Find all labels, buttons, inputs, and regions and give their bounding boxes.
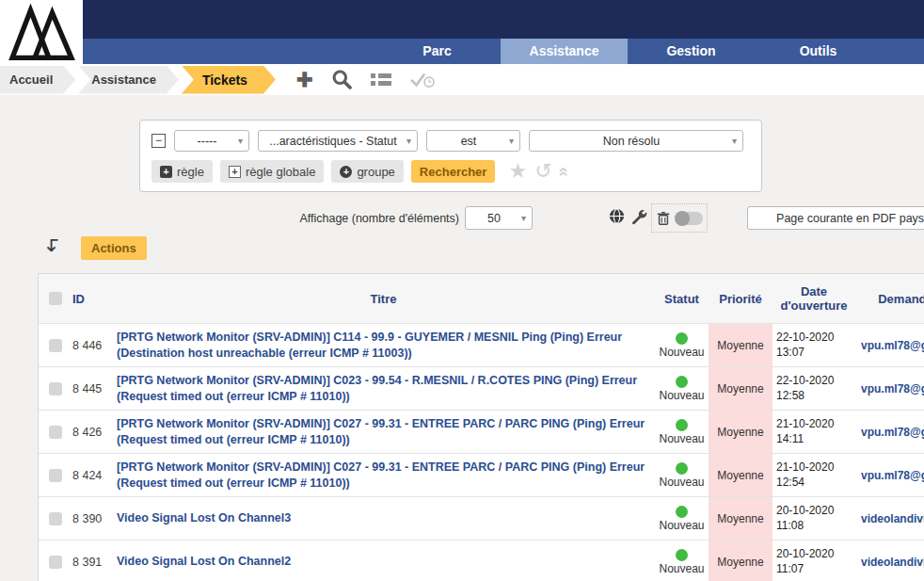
ticket-id: 8 426 <box>72 411 112 453</box>
header-requester[interactable]: Demandeur <box>855 274 924 323</box>
menu-item-outils[interactable]: Outils <box>755 39 882 64</box>
search-criteria-panel: − -----▾ ...aractéristiques - Statut▾ es… <box>139 120 762 192</box>
chevron-down-icon: ▾ <box>406 136 411 146</box>
add-global-rule-button[interactable]: +règle globale <box>220 160 324 183</box>
row-checkbox[interactable] <box>49 512 62 525</box>
table-row: 8 390 Video Signal Lost On Channel3 Nouv… <box>39 496 924 540</box>
breadcrumb: Accueil Assistance Tickets ✚ <box>0 64 924 95</box>
ticket-id: 8 445 <box>72 367 112 410</box>
breadcrumb-accueil[interactable]: Accueil <box>0 66 75 94</box>
menu-item-gestion[interactable]: Gestion <box>628 39 755 64</box>
select-all-checkbox[interactable] <box>49 292 62 305</box>
open-date: 20-10-202011:08 <box>776 504 834 533</box>
add-ticket-icon[interactable]: ✚ <box>296 70 313 89</box>
priority-badge: Moyenne <box>709 367 773 410</box>
requester-link[interactable]: vpu.ml78@gr <box>861 469 924 482</box>
ticket-title-link[interactable]: Video Signal Lost On Channel3 <box>117 510 291 526</box>
top-navy-bar <box>83 0 924 39</box>
chevron-down-icon: ▾ <box>509 136 514 146</box>
priority-badge: Moyenne <box>709 411 773 453</box>
row-checkbox[interactable] <box>49 382 62 395</box>
criteria-row: − -----▾ ...aractéristiques - Statut▾ es… <box>140 121 761 152</box>
page-size-label: Affichage (nombre d'éléments) <box>282 212 459 225</box>
open-date: 21-10-202014:11 <box>776 417 834 446</box>
requester-link[interactable]: vpu.ml78@gr <box>861 382 924 395</box>
requester-link[interactable]: videolandivis <box>861 556 924 569</box>
requester-link[interactable]: vpu.ml78@gr <box>861 339 924 352</box>
header-id[interactable]: ID <box>72 274 112 323</box>
open-date: 22-10-202012:58 <box>776 374 834 403</box>
status-badge: Nouveau <box>659 462 704 489</box>
row-checkbox[interactable] <box>49 556 62 569</box>
status-dot-icon <box>676 549 688 561</box>
header-status[interactable]: Statut <box>655 274 709 323</box>
requester-link[interactable]: videolandivis <box>861 512 924 525</box>
requester-link[interactable]: vpu.ml78@gr <box>861 426 924 439</box>
ticket-validation-icon[interactable] <box>409 71 436 89</box>
criteria-buttons-row: +règle +règle globale +groupe Rechercher… <box>140 152 761 183</box>
chevron-down-icon: ▾ <box>732 136 737 146</box>
criteria-field-select[interactable]: ...aractéristiques - Statut▾ <box>258 130 418 152</box>
ticket-id: 8 446 <box>72 324 112 366</box>
table-row: 8 424 [PRTG Network Monitor (SRV-ADMIN)]… <box>39 453 924 496</box>
app-logo[interactable] <box>0 0 83 63</box>
menu-item-parc[interactable]: Parc <box>374 39 501 64</box>
reset-search-icon[interactable]: ↺ <box>534 161 551 182</box>
ticket-title-link[interactable]: [PRTG Network Monitor (SRV-ADMIN)] C027 … <box>117 416 645 448</box>
search-button[interactable]: Rechercher <box>411 160 496 183</box>
plus-square-icon: + <box>160 166 172 178</box>
ticket-title-link[interactable]: [PRTG Network Monitor (SRV-ADMIN)] C114 … <box>117 330 645 362</box>
row-checkbox[interactable] <box>49 469 62 482</box>
ticket-id: 8 391 <box>72 541 112 581</box>
saved-searches-list-icon[interactable] <box>371 73 391 86</box>
chevron-down-icon: ▾ <box>521 213 526 223</box>
menu-item-administration[interactable]: Adm <box>882 39 924 64</box>
menu-spacer <box>83 39 374 64</box>
table-header-row: ID Titre Statut Priorité Date d'ouvertur… <box>39 274 924 323</box>
search-icon[interactable] <box>331 69 353 90</box>
content-area: − -----▾ ...aractéristiques - Statut▾ es… <box>0 95 924 581</box>
header-open-date[interactable]: Date d'ouverture <box>773 274 855 323</box>
status-dot-icon <box>676 376 688 388</box>
actions-button[interactable]: Actions <box>81 236 147 260</box>
plus-circle-icon: + <box>340 166 352 178</box>
status-badge: Nouveau <box>659 506 704 532</box>
add-group-button[interactable]: +groupe <box>331 160 403 183</box>
menu-item-assistance[interactable]: Assistance <box>501 39 628 64</box>
breadcrumb-tickets[interactable]: Tickets <box>182 66 276 94</box>
ticket-title-link[interactable]: [PRTG Network Monitor (SRV-ADMIN)] C027 … <box>117 460 645 492</box>
criteria-operator-select[interactable]: est▾ <box>426 130 520 152</box>
criteria-logic-select[interactable]: -----▾ <box>174 130 249 152</box>
massive-action-arrow-icon: ↴ <box>45 234 62 255</box>
deleted-items-toggle[interactable] <box>676 212 703 225</box>
ticket-title-link[interactable]: Video Signal Lost On Channel2 <box>117 554 291 570</box>
ticket-title-link[interactable]: [PRTG Network Monitor (SRV-ADMIN)] C023 … <box>117 373 645 405</box>
header-title[interactable]: Titre <box>112 274 655 323</box>
export-format-select[interactable]: Page courante en PDF paysage▾ <box>747 206 924 230</box>
page-size-select[interactable]: 50▾ <box>465 206 533 230</box>
row-checkbox[interactable] <box>49 426 62 439</box>
status-dot-icon <box>676 332 688 345</box>
table-row: 8 426 [PRTG Network Monitor (SRV-ADMIN)]… <box>39 410 924 453</box>
ticket-id: 8 390 <box>72 497 112 540</box>
remove-criterion-icon[interactable]: − <box>151 134 166 148</box>
options-wrench-icon[interactable] <box>630 208 647 225</box>
table-row: 8 445 [PRTG Network Monitor (SRV-ADMIN)]… <box>39 366 924 410</box>
breadcrumb-assistance[interactable]: Assistance <box>78 66 179 94</box>
criteria-value-select[interactable]: Non résolu▾ <box>529 130 743 152</box>
bookmark-star-icon[interactable]: ★ <box>508 161 527 182</box>
main-menu: Parc Assistance Gestion Outils Adm <box>83 39 924 64</box>
fold-search-icon[interactable]: « <box>555 167 573 177</box>
trash-icon[interactable] <box>656 210 671 226</box>
status-badge: Nouveau <box>659 376 704 402</box>
global-view-icon[interactable] <box>609 208 625 224</box>
status-badge: Nouveau <box>659 332 704 359</box>
priority-badge: Moyenne <box>709 541 773 581</box>
breadcrumb-toolbar: ✚ <box>296 69 436 90</box>
plus-box-icon: + <box>229 166 241 178</box>
chevron-down-icon: ▾ <box>238 136 243 146</box>
row-checkbox[interactable] <box>49 339 62 352</box>
header-priority[interactable]: Priorité <box>709 274 773 323</box>
add-rule-button[interactable]: +règle <box>151 160 213 183</box>
toggle-knob <box>675 211 690 226</box>
